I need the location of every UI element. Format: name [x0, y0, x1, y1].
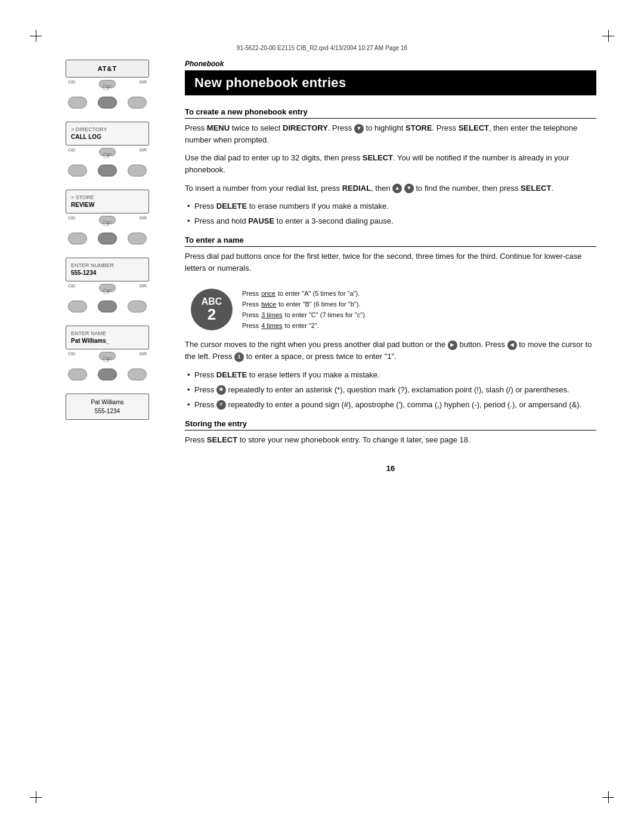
- menu-button-4[interactable]: [98, 301, 117, 312]
- phone-unit-att: AT&T CID MENU DIR ☞: [54, 60, 161, 111]
- enter-name-para2: The cursor moves to the right when you p…: [185, 339, 596, 363]
- phone-unit-directory: > DIRECTORY CALL LOG CID MENU DIR ☞: [54, 122, 161, 179]
- corner-crosshair-tl: [30, 30, 42, 42]
- abc-labels-list: Press once to enter "A" (5 times for "a"…: [242, 290, 367, 329]
- enter-name-para1: Press dial pad buttons once for the firs…: [185, 250, 596, 274]
- dir-button-5[interactable]: [128, 368, 147, 380]
- result-card: Pat Williams 555-1234: [66, 394, 149, 420]
- enter-name-bullet-1: Press DELETE to erase letters if you mak…: [185, 369, 596, 381]
- finger-icon-1: ☞: [103, 81, 112, 94]
- display-value-5: Pat Williams_: [71, 337, 109, 345]
- dir-label-2: DIR: [140, 148, 147, 152]
- dir-button-2[interactable]: [128, 165, 147, 176]
- create-para2: Use the dial pad to enter up to 32 digit…: [185, 152, 596, 176]
- cid-button-2[interactable]: [68, 165, 87, 176]
- dir-button-4[interactable]: [128, 301, 147, 312]
- cid-label-4: CID: [68, 284, 75, 288]
- dir-button-3[interactable]: [128, 233, 147, 244]
- att-logo: AT&T: [66, 60, 149, 78]
- create-bullet-2: Press and hold PAUSE to enter a 3-second…: [185, 215, 596, 227]
- result-number: 555-1234: [71, 407, 144, 416]
- cid-label-3: CID: [68, 216, 75, 220]
- heading-storing: Storing the entry: [185, 419, 596, 431]
- display-directory: > DIRECTORY CALL LOG: [66, 122, 149, 145]
- display-enter-number: ENTER NUMBER 555-1234: [66, 258, 149, 281]
- cid-button-3[interactable]: [68, 233, 87, 244]
- right-content: Phonebook New phonebook entries To creat…: [185, 60, 596, 785]
- display-value-2: CALL LOG: [71, 133, 101, 141]
- create-bullet-1: Press DELETE to erase numbers if you mak…: [185, 200, 596, 212]
- file-info: 91-5622-20-00 E2115 CIB_R2.qxd 4/13/2004…: [48, 45, 596, 51]
- page-title: New phonebook entries: [185, 70, 596, 95]
- dir-button-1[interactable]: [128, 97, 147, 109]
- abc-diagram: ABC 2 Press once to enter "A" (5 times f…: [191, 289, 596, 330]
- storing-para1: Press SELECT to store your new phonebook…: [185, 434, 596, 446]
- display-label-4: ENTER NUMBER: [71, 262, 114, 270]
- menu-button-3[interactable]: [98, 233, 117, 244]
- abc-label-once: Press once to enter "A" (5 times for "a"…: [242, 290, 367, 297]
- finger-icon-3: ☞: [103, 217, 112, 230]
- heading-create-entry: To create a new phonebook entry: [185, 107, 596, 119]
- dir-label-3: DIR: [140, 216, 147, 220]
- enter-name-bullet-2: Press ✱ repeatedly to enter an asterisk …: [185, 384, 596, 396]
- corner-crosshair-br: [602, 791, 614, 803]
- abc-num: 2: [208, 306, 216, 322]
- cid-label-1: CID: [68, 80, 75, 84]
- cid-label-5: CID: [68, 352, 75, 356]
- menu-button-1[interactable]: [98, 97, 117, 109]
- phone-unit-store: > STORE REVIEW CID MENU DIR ☞: [54, 190, 161, 247]
- abc-key-button: ABC 2: [191, 289, 233, 330]
- create-para1: Press MENU twice to select DIRECTORY. Pr…: [185, 122, 596, 146]
- dir-label-1: DIR: [140, 80, 147, 84]
- display-store: > STORE REVIEW: [66, 190, 149, 213]
- display-enter-name: ENTER NAME Pat Williams_: [66, 326, 149, 349]
- corner-crosshair-bl: [30, 791, 42, 803]
- section-label: Phonebook: [185, 60, 596, 68]
- enter-name-bullet-3: Press # repeatedly to enter a pound sign…: [185, 399, 596, 411]
- cid-button-1[interactable]: [68, 97, 87, 109]
- abc-label-twice: Press twice to enter "B" (6 times for "b…: [242, 301, 367, 308]
- abc-label-three: Press 3 times to enter "C" (7 times for …: [242, 311, 367, 318]
- display-value-3: REVIEW: [71, 201, 94, 209]
- phone-unit-name: ENTER NAME Pat Williams_ CID MENU DIR ☞: [54, 326, 161, 383]
- menu-button-2[interactable]: [98, 165, 117, 176]
- dir-label-5: DIR: [140, 352, 147, 356]
- result-name: Pat Williams: [71, 398, 144, 407]
- abc-label-four: Press 4 times to enter "2".: [242, 322, 367, 329]
- left-diagrams: AT&T CID MENU DIR ☞ > DIRECTORY CALL LOG…: [48, 60, 167, 785]
- corner-crosshair-tr: [602, 30, 614, 42]
- dir-label-4: DIR: [140, 284, 147, 288]
- cid-label-2: CID: [68, 148, 75, 152]
- display-value-4: 555-1234: [71, 269, 96, 277]
- cid-button-5[interactable]: [68, 368, 87, 380]
- finger-icon-4: ☞: [103, 285, 112, 298]
- finger-icon-2: ☞: [103, 149, 112, 162]
- display-label-3: > STORE: [71, 194, 94, 202]
- cid-button-4[interactable]: [68, 301, 87, 312]
- finger-icon-5: ☞: [103, 353, 112, 366]
- phone-unit-number: ENTER NUMBER 555-1234 CID MENU DIR ☞: [54, 258, 161, 315]
- heading-enter-name: To enter a name: [185, 236, 596, 247]
- display-label-5: ENTER NAME: [71, 330, 106, 337]
- display-label-2: > DIRECTORY: [71, 126, 107, 134]
- create-para3: To insert a number from your redial list…: [185, 182, 596, 194]
- menu-button-5[interactable]: [98, 368, 117, 380]
- page-number: 16: [185, 464, 596, 473]
